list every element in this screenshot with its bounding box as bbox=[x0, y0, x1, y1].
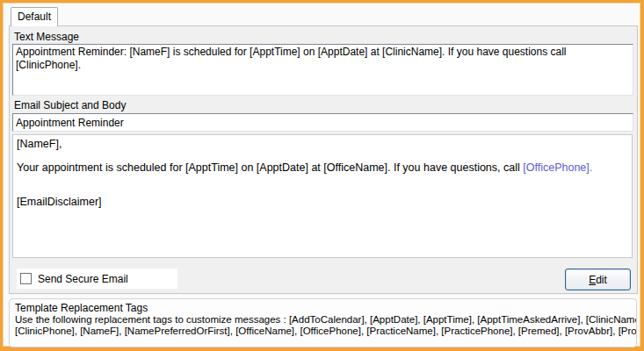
email-subject-body-label: Email Subject and Body bbox=[14, 99, 126, 111]
send-secure-email-label: Send Secure Email bbox=[38, 273, 128, 285]
text-message-input[interactable]: Appointment Reminder: [NameF] is schedul… bbox=[12, 44, 633, 96]
tags-line-2: [ClinicPhone], [NameF], [NamePreferredOr… bbox=[15, 326, 637, 336]
send-secure-email-checkbox[interactable] bbox=[20, 273, 32, 284]
email-subject-input[interactable] bbox=[12, 113, 633, 132]
office-phone-tag: [OfficePhone]. bbox=[523, 161, 592, 174]
tab-default[interactable]: Default bbox=[11, 7, 58, 26]
email-body-greeting: [NameF], bbox=[17, 138, 628, 150]
email-body-main-text: Your appointment is scheduled for [ApptT… bbox=[17, 161, 523, 174]
edit-button-mnemonic: E bbox=[589, 274, 596, 286]
template-replacement-tags-group: Template Replacement Tags Use the follow… bbox=[9, 298, 637, 347]
tab-default-label: Default bbox=[18, 11, 51, 23]
tab-page: Text Message Appointment Reminder: [Name… bbox=[9, 25, 638, 294]
window-frame: Default Text Message Appointment Reminde… bbox=[0, 0, 644, 351]
edit-button-label-rest: dit bbox=[596, 274, 607, 286]
tags-line-1: Use the following replacement tags to cu… bbox=[15, 314, 637, 325]
edit-button[interactable]: Edit bbox=[565, 269, 631, 290]
email-body-editor[interactable]: [NameF], Your appointment is scheduled f… bbox=[12, 134, 633, 258]
text-message-label: Text Message bbox=[14, 31, 79, 43]
tags-group-title: Template Replacement Tags bbox=[15, 302, 148, 314]
email-body-disclaimer: [EmailDisclaimer] bbox=[17, 196, 628, 208]
email-body-main: Your appointment is scheduled for [ApptT… bbox=[17, 161, 628, 174]
send-secure-email-checkbox-row[interactable]: Send Secure Email bbox=[17, 269, 177, 289]
